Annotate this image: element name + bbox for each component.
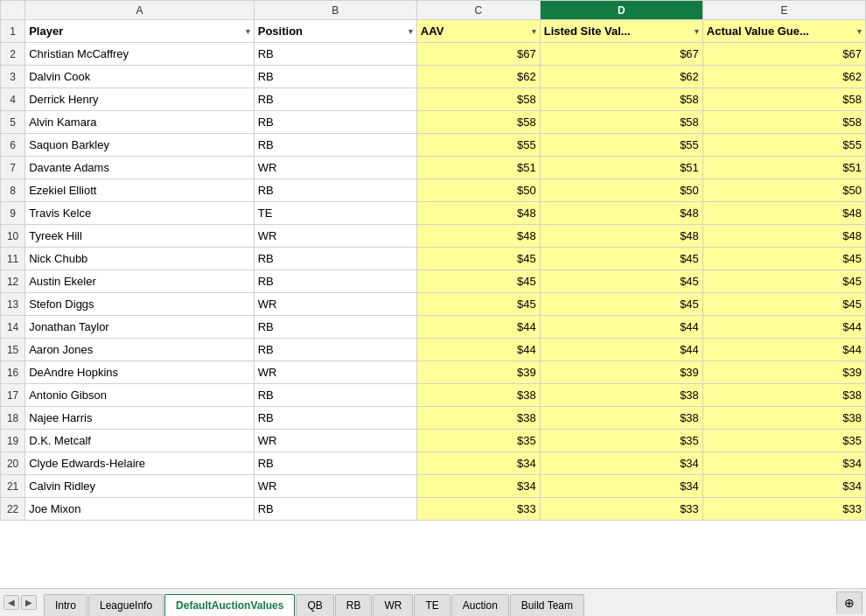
cell-position-11[interactable]: WR xyxy=(254,293,416,316)
cell-listed-15[interactable]: $38 xyxy=(540,384,702,407)
tab-leagueinfo[interactable]: LeagueInfo xyxy=(88,594,164,617)
scroll-left-arrow[interactable]: ◀ xyxy=(3,595,19,610)
filter-icon-c[interactable]: ▾ xyxy=(532,27,536,36)
tab-te[interactable]: TE xyxy=(414,594,450,617)
cell-position-0[interactable]: RB xyxy=(254,43,416,66)
cell-listed-19[interactable]: $34 xyxy=(540,475,702,498)
tab-rb[interactable]: RB xyxy=(335,594,373,617)
cell-listed-4[interactable]: $55 xyxy=(540,134,702,157)
cell-aav-20[interactable]: $33 xyxy=(416,498,540,521)
cell-position-9[interactable]: RB xyxy=(254,248,416,270)
cell-aav-2[interactable]: $58 xyxy=(416,88,540,111)
cell-player-10[interactable]: Austin Ekeler xyxy=(25,270,255,293)
cell-actual-12[interactable]: $44 xyxy=(702,316,865,339)
cell-position-7[interactable]: TE xyxy=(254,202,416,225)
cell-actual-6[interactable]: $50 xyxy=(702,179,865,202)
cell-player-12[interactable]: Jonathan Taylor xyxy=(25,316,255,339)
cell-aav-10[interactable]: $45 xyxy=(416,270,540,293)
cell-aav-1[interactable]: $62 xyxy=(416,66,540,88)
tab-wr[interactable]: WR xyxy=(373,594,413,617)
cell-aav-16[interactable]: $38 xyxy=(416,407,540,430)
cell-position-5[interactable]: WR xyxy=(254,157,416,179)
cell-aav-17[interactable]: $35 xyxy=(416,430,540,452)
cell-position-14[interactable]: WR xyxy=(254,361,416,384)
cell-player-19[interactable]: Calvin Ridley xyxy=(25,475,255,498)
cell-position-19[interactable]: WR xyxy=(254,475,416,498)
cell-actual-4[interactable]: $55 xyxy=(702,134,865,157)
col-header-d[interactable]: D xyxy=(540,1,702,20)
tab-auction[interactable]: Auction xyxy=(451,594,509,617)
filter-icon-b[interactable]: ▾ xyxy=(409,27,413,36)
filter-icon-e[interactable]: ▾ xyxy=(857,27,862,36)
cell-actual-19[interactable]: $34 xyxy=(702,475,865,498)
cell-listed-14[interactable]: $39 xyxy=(540,361,702,384)
cell-listed-20[interactable]: $33 xyxy=(540,498,702,521)
cell-aav-12[interactable]: $44 xyxy=(416,316,540,339)
cell-aav-15[interactable]: $38 xyxy=(416,384,540,407)
cell-listed-11[interactable]: $45 xyxy=(540,293,702,316)
scroll-right-arrow[interactable]: ▶ xyxy=(21,595,37,610)
tab-buildteam[interactable]: Build Team xyxy=(510,594,584,617)
cell-listed-12[interactable]: $44 xyxy=(540,316,702,339)
cell-listed-18[interactable]: $34 xyxy=(540,452,702,475)
cell-listed-0[interactable]: $67 xyxy=(540,43,702,66)
cell-aav-11[interactable]: $45 xyxy=(416,293,540,316)
header-position[interactable]: Position ▾ xyxy=(254,20,416,43)
cell-aav-3[interactable]: $58 xyxy=(416,111,540,134)
cell-player-5[interactable]: Davante Adams xyxy=(25,157,255,179)
cell-actual-8[interactable]: $48 xyxy=(702,225,865,248)
cell-player-4[interactable]: Saquon Barkley xyxy=(25,134,255,157)
cell-listed-5[interactable]: $51 xyxy=(540,157,702,179)
cell-actual-2[interactable]: $58 xyxy=(702,88,865,111)
cell-position-12[interactable]: RB xyxy=(254,316,416,339)
cell-position-20[interactable]: RB xyxy=(254,498,416,521)
cell-listed-7[interactable]: $48 xyxy=(540,202,702,225)
cell-position-17[interactable]: WR xyxy=(254,430,416,452)
cell-player-11[interactable]: Stefon Diggs xyxy=(25,293,255,316)
cell-actual-9[interactable]: $45 xyxy=(702,248,865,270)
cell-actual-18[interactable]: $34 xyxy=(702,452,865,475)
cell-player-7[interactable]: Travis Kelce xyxy=(25,202,255,225)
cell-listed-8[interactable]: $48 xyxy=(540,225,702,248)
cell-listed-13[interactable]: $44 xyxy=(540,339,702,361)
cell-actual-1[interactable]: $62 xyxy=(702,66,865,88)
col-header-a[interactable]: A xyxy=(25,1,255,20)
header-player[interactable]: Player ▾ xyxy=(25,20,255,43)
filter-icon-d[interactable]: ▾ xyxy=(695,27,699,36)
cell-position-4[interactable]: RB xyxy=(254,134,416,157)
cell-player-0[interactable]: Christian McCaffrey xyxy=(25,43,255,66)
cell-player-1[interactable]: Dalvin Cook xyxy=(25,66,255,88)
cell-actual-17[interactable]: $35 xyxy=(702,430,865,452)
col-header-b[interactable]: B xyxy=(254,1,416,20)
cell-player-6[interactable]: Ezekiel Elliott xyxy=(25,179,255,202)
cell-listed-10[interactable]: $45 xyxy=(540,270,702,293)
cell-position-18[interactable]: RB xyxy=(254,452,416,475)
cell-aav-19[interactable]: $34 xyxy=(416,475,540,498)
cell-position-1[interactable]: RB xyxy=(254,66,416,88)
cell-position-10[interactable]: RB xyxy=(254,270,416,293)
tab-qb[interactable]: QB xyxy=(296,594,333,617)
cell-listed-16[interactable]: $38 xyxy=(540,407,702,430)
cell-listed-3[interactable]: $58 xyxy=(540,111,702,134)
cell-aav-8[interactable]: $48 xyxy=(416,225,540,248)
cell-actual-20[interactable]: $33 xyxy=(702,498,865,521)
cell-listed-9[interactable]: $45 xyxy=(540,248,702,270)
cell-actual-14[interactable]: $39 xyxy=(702,361,865,384)
cell-player-20[interactable]: Joe Mixon xyxy=(25,498,255,521)
tab-defaultauction[interactable]: DefaultAuctionValues xyxy=(164,594,295,617)
cell-player-2[interactable]: Derrick Henry xyxy=(25,88,255,111)
cell-player-17[interactable]: D.K. Metcalf xyxy=(25,430,255,452)
col-header-e[interactable]: E xyxy=(702,1,865,20)
header-listed-site-val[interactable]: Listed Site Val... ▾ xyxy=(540,20,702,43)
cell-actual-11[interactable]: $45 xyxy=(702,293,865,316)
cell-aav-18[interactable]: $34 xyxy=(416,452,540,475)
cell-player-9[interactable]: Nick Chubb xyxy=(25,248,255,270)
cell-position-16[interactable]: RB xyxy=(254,407,416,430)
cell-player-18[interactable]: Clyde Edwards-Helaire xyxy=(25,452,255,475)
cell-position-13[interactable]: RB xyxy=(254,339,416,361)
cell-aav-4[interactable]: $55 xyxy=(416,134,540,157)
cell-listed-6[interactable]: $50 xyxy=(540,179,702,202)
cell-position-3[interactable]: RB xyxy=(254,111,416,134)
cell-actual-3[interactable]: $58 xyxy=(702,111,865,134)
cell-position-15[interactable]: RB xyxy=(254,384,416,407)
